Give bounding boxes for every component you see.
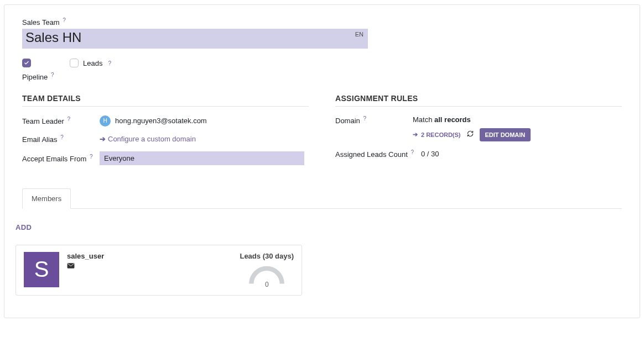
accept-emails-label: Accept Emails From [22,155,86,163]
refresh-icon[interactable] [466,130,474,139]
team-leader-avatar: H [100,115,111,127]
accept-emails-select[interactable]: Everyone [100,151,304,165]
domain-help-icon[interactable]: ? [363,115,366,122]
accept-emails-value: Everyone [104,154,134,162]
lang-badge[interactable]: EN [355,31,363,38]
arrow-right-icon: ➔ [100,135,106,143]
domain-label: Domain [335,117,360,125]
team-leader-help-icon[interactable]: ? [67,116,71,122]
add-member-button[interactable]: ADD [15,223,629,231]
edit-domain-button[interactable]: EDIT DOMAIN [480,128,531,141]
assigned-leads-help-icon[interactable]: ? [411,149,414,155]
team-name-input[interactable]: Sales HN EN [22,29,368,49]
leads-checkbox-label: Leads [83,59,102,67]
configure-domain-link[interactable]: ➔Configure a custom domain [100,135,196,143]
records-link[interactable]: ➔ 2 RECORD(S) [413,131,461,138]
team-name-value: Sales HN [25,30,81,45]
pipeline-checkbox[interactable] [22,59,31,67]
email-alias-help-icon[interactable]: ? [60,134,64,140]
member-card[interactable]: S sales_user Leads (30 days) 0 [15,245,302,296]
member-avatar: S [24,252,59,287]
accept-emails-help-icon[interactable]: ? [90,154,93,160]
pipeline-checkbox-label: Pipeline [22,73,48,82]
pipeline-help-icon[interactable]: ? [51,72,54,78]
team-leader-value[interactable]: hong.nguyen3@sotatek.com [115,117,207,125]
domain-match-text: Match all records [413,115,622,124]
team-details-title: TEAM DETAILS [22,94,309,107]
assigned-leads-value: 0 / 30 [421,150,439,158]
assigned-leads-label: Assigned Leads Count [335,150,408,159]
sales-team-label: Sales Team [22,18,60,27]
leads-checkbox[interactable] [70,59,79,67]
email-alias-label: Email Alias [22,135,58,144]
member-name: sales_user [67,252,104,260]
assignment-rules-title: ASSIGNMENT RULES [335,94,622,107]
member-leads-label: Leads (30 days) [240,252,294,260]
leads-help-icon[interactable]: ? [108,60,111,66]
sales-team-help-icon[interactable]: ? [63,17,66,23]
envelope-icon[interactable] [67,262,104,271]
tab-members[interactable]: Members [22,188,71,209]
team-leader-label: Team Leader [22,117,64,125]
arrow-right-icon: ➔ [413,131,418,138]
